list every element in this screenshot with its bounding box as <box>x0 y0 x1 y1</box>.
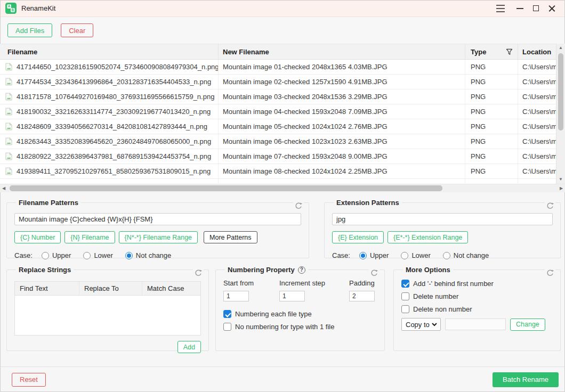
refresh-icon[interactable] <box>545 270 555 277</box>
scroll-up-arrow-icon[interactable]: ▲ <box>556 44 565 52</box>
numbering-field-input[interactable] <box>223 291 249 301</box>
refresh-icon[interactable] <box>545 202 555 210</box>
table-row[interactable]: 418171578_1076449270169480_3769311695566… <box>0 89 565 104</box>
radio-icon[interactable] <box>401 252 408 259</box>
refresh-icon[interactable] <box>369 270 380 277</box>
replace-strings-empty-list[interactable] <box>15 296 200 335</box>
radio-icon[interactable] <box>125 252 133 259</box>
change-button[interactable]: Change <box>510 318 545 331</box>
case-radio-option[interactable]: Upper <box>42 251 71 259</box>
checkbox-icon[interactable] <box>401 280 409 288</box>
table-row[interactable]: 417744534_323436413996864_20312837163544… <box>0 75 565 89</box>
filename-text: 419389411_327095210297651_85802593675318… <box>17 167 211 175</box>
batch-rename-button[interactable]: Batch Rename <box>493 372 559 387</box>
checkbox-icon[interactable] <box>401 292 409 300</box>
clear-button[interactable]: Clear <box>61 23 93 37</box>
filename-patterns-panel: Filename Patterns {C} Number {N} Filenam… <box>6 199 309 258</box>
minimize-button[interactable] <box>512 2 528 15</box>
app-logo-icon: A B <box>5 3 17 14</box>
checkbox-icon[interactable] <box>223 323 231 331</box>
vertical-scrollbar-thumb[interactable] <box>558 53 563 130</box>
numbering-field-input[interactable] <box>349 291 375 301</box>
numbering-field: Start from <box>223 279 279 301</box>
numbering-checkboxes: Numbering each file type No numbering fo… <box>223 310 377 331</box>
renamekit-window: A B RenameKit Add Files Clear Filename N… <box>0 0 565 392</box>
filename-cell: 419389411_327095210297651_85802593675318… <box>0 164 219 178</box>
replace-table-header: Find Text Replace To Match Case <box>15 282 200 296</box>
filename-cell: 418190032_332162633114774_23030921967740… <box>0 104 219 119</box>
case-radio-option[interactable]: Not change <box>125 251 172 259</box>
case-radio-option[interactable]: Lower <box>401 251 430 259</box>
case-radio-option[interactable]: Not change <box>443 251 489 259</box>
refresh-icon[interactable] <box>193 270 204 277</box>
help-icon[interactable]: ? <box>298 266 305 274</box>
filename-cell: 418263443_333520839645620_23602484970680… <box>0 134 219 149</box>
refresh-icon[interactable] <box>293 202 304 210</box>
add-files-button[interactable]: Add Files <box>7 23 52 37</box>
type-cell: PNG <box>465 164 518 178</box>
filename-cell: 418171578_1076449270169480_3769311695566… <box>0 89 219 104</box>
more-options-panel: More Options Add '-' behind first number… <box>393 266 561 351</box>
checkbox-option[interactable]: Add '-' behind first number <box>401 280 553 288</box>
close-button[interactable] <box>544 2 560 15</box>
table-row[interactable]: 419389411_327095210297651_85802593675318… <box>0 164 565 179</box>
add-replace-button[interactable]: Add <box>177 341 201 353</box>
maximize-button[interactable] <box>528 2 544 15</box>
column-header-type[interactable]: Type <box>465 44 518 59</box>
checkbox-option[interactable]: Delete number <box>401 292 553 300</box>
image-file-icon <box>5 137 12 145</box>
reset-button[interactable]: Reset <box>12 373 46 387</box>
numbering-field-label: Padding <box>349 279 375 287</box>
pattern-token-button[interactable]: {E} Extension <box>332 231 384 243</box>
titlebar: A B RenameKit <box>0 0 565 17</box>
table-row[interactable]: 418248609_333940566270314_84208108142789… <box>0 119 565 134</box>
column-header-new-filename[interactable]: New Filename <box>219 44 465 59</box>
filename-text: 418263443_333520839645620_23602484970680… <box>17 137 211 145</box>
checkbox-option[interactable]: Delete non number <box>401 305 553 313</box>
radio-icon[interactable] <box>359 252 367 259</box>
filename-pattern-input[interactable] <box>14 213 301 225</box>
table-vertical-scrollbar[interactable]: ▲ ▼ <box>556 44 565 184</box>
panel-title: Replace Strings <box>19 266 71 274</box>
filter-icon[interactable] <box>506 48 513 55</box>
copy-to-select[interactable]: Copy to <box>401 318 441 331</box>
new-filename-cell: Mountain image 03-checked 2048x1536 3.29… <box>219 89 465 104</box>
extension-pattern-input[interactable] <box>332 213 553 225</box>
pattern-token-button[interactable]: {C} Number <box>14 231 61 243</box>
type-cell: PNG <box>465 75 518 89</box>
pattern-token-button[interactable]: {N} Filename <box>64 231 115 243</box>
table-row[interactable]: 418280922_332263896437981_68768915394244… <box>0 149 565 164</box>
hamburger-menu-icon[interactable] <box>493 2 509 15</box>
case-radio-option[interactable]: Lower <box>83 251 112 259</box>
numbering-field-input[interactable] <box>279 291 305 301</box>
image-file-icon <box>5 152 12 160</box>
image-file-icon <box>5 78 12 86</box>
radio-label: Not change <box>136 251 172 259</box>
checkbox-option[interactable]: Numbering each file type <box>223 310 377 318</box>
pattern-token-button[interactable]: {N*-*} Filename Range <box>119 231 198 243</box>
checkbox-icon[interactable] <box>223 310 231 318</box>
column-header-filename[interactable]: Filename <box>0 44 219 59</box>
horizontal-scrollbar-thumb[interactable] <box>10 185 442 191</box>
replace-column-header: Find Text <box>15 282 79 295</box>
panel-title: Extension Patterns <box>336 199 399 207</box>
radio-icon[interactable] <box>42 252 49 259</box>
copy-to-path-input[interactable] <box>445 318 506 330</box>
case-radio-option[interactable]: Upper <box>359 251 389 259</box>
pattern-token-button[interactable]: {E*-*} Extension Range <box>388 231 468 243</box>
table-row[interactable]: 418190032_332162633114774_23030921967740… <box>0 104 565 119</box>
radio-icon[interactable] <box>83 252 91 259</box>
more-patterns-button[interactable]: More Patterns <box>204 231 257 243</box>
scroll-right-arrow-icon[interactable]: ▶ <box>558 184 564 192</box>
checkbox-option[interactable]: No numbering for type with 1 file <box>223 323 377 331</box>
checkbox-icon[interactable] <box>401 305 409 313</box>
scroll-down-arrow-icon[interactable]: ▼ <box>556 176 565 183</box>
radio-icon[interactable] <box>443 252 450 259</box>
checkbox-label: Delete number <box>413 292 458 300</box>
image-file-icon <box>5 63 12 71</box>
table-row[interactable]: 417144650_10232816159052074_573460090808… <box>0 60 565 75</box>
table-row[interactable]: 418263443_333520839645620_23602484970680… <box>0 134 565 149</box>
filename-cell: 418248609_333940566270314_84208108142789… <box>0 119 219 134</box>
scroll-left-arrow-icon[interactable]: ◀ <box>1 184 7 192</box>
table-horizontal-scrollbar[interactable]: ◀ ▶ <box>0 184 565 192</box>
